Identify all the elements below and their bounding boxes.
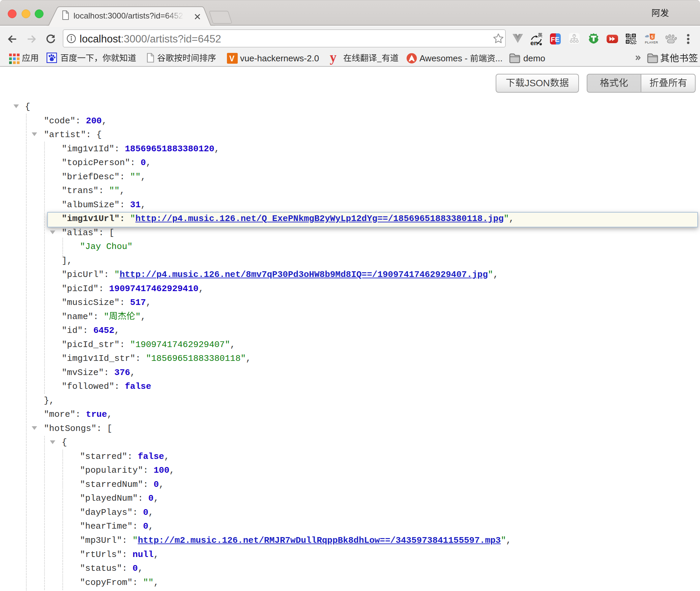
svg-text:5: 5 <box>651 35 653 39</box>
svg-text:PLAYER: PLAYER <box>645 40 658 44</box>
svg-text:V: V <box>229 54 235 63</box>
svg-text:en: en <box>530 39 538 46</box>
svg-text:FE: FE <box>551 36 560 43</box>
